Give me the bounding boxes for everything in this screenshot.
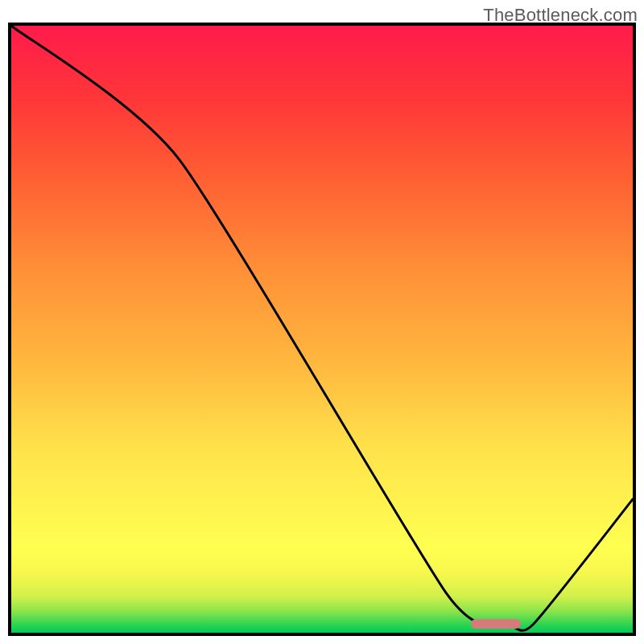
- watermark-text: TheBottleneck.com: [483, 5, 638, 26]
- bottleneck-curve: [11, 26, 633, 633]
- plot-frame: [8, 23, 636, 636]
- chart-container: TheBottleneck.com: [0, 0, 644, 644]
- optimal-marker: [471, 619, 521, 629]
